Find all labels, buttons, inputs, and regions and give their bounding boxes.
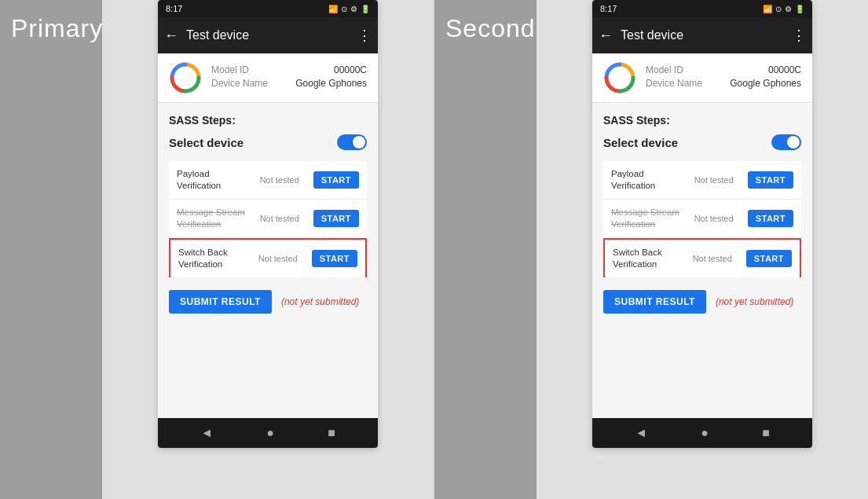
secondary-step-2-start[interactable]: START: [748, 210, 793, 227]
secondary-submit-button[interactable]: SUBMIT RESULT: [603, 290, 706, 314]
primary-step-1: Payload Verification Not tested START: [169, 161, 367, 200]
secondary-step-1-start[interactable]: START: [748, 171, 793, 189]
primary-toggle[interactable]: [337, 134, 367, 150]
primary-status-bar: 8:17 📶 ⊙ ⚙ 🔋: [158, 0, 378, 17]
secondary-back-nav-icon[interactable]: ◄: [635, 426, 647, 440]
primary-phone-wrapper: 8:17 📶 ⊙ ⚙ 🔋 ← Test device ⋮: [102, 0, 434, 499]
primary-step-2-status: Not tested: [260, 214, 307, 223]
primary-app-bar: ← Test device ⋮: [158, 17, 378, 53]
secondary-select-device-row: Select device: [603, 134, 801, 150]
secondary-wifi-icon: ⊙: [775, 5, 782, 13]
secondary-sass-label: SASS Steps:: [603, 114, 801, 127]
primary-device-name-label: Device Name: [211, 78, 268, 89]
secondary-nav-bar: ◄ ● ■: [592, 418, 812, 448]
secondary-label: Secondary: [434, 0, 537, 499]
primary-step-1-status: Not tested: [260, 175, 307, 185]
secondary-device-card: Model ID 00000C Device Name Google Gphon…: [592, 53, 812, 103]
secondary-toggle[interactable]: [771, 134, 801, 150]
primary-phone: 8:17 📶 ⊙ ⚙ 🔋 ← Test device ⋮: [158, 0, 378, 448]
primary-model-id-value: 00000C: [334, 64, 367, 75]
secondary-panel: Secondary 8:17 📶 ⊙ ⚙ 🔋 ← Test device ⋮: [434, 0, 868, 499]
secondary-app-bar: ← Test device ⋮: [592, 17, 812, 53]
secondary-app-bar-title: Test device: [621, 28, 784, 42]
primary-status-icons: 📶 ⊙ ⚙ 🔋: [328, 5, 370, 13]
secondary-signal-icon: 📶: [763, 5, 772, 13]
secondary-not-submitted: (not yet submitted): [716, 296, 793, 307]
secondary-back-button[interactable]: ←: [599, 28, 613, 44]
primary-panel: Primary 8:17 📶 ⊙ ⚙ 🔋 ← Test device ⋮: [0, 0, 434, 499]
secondary-device-icon: [603, 61, 636, 94]
primary-step-3-start[interactable]: START: [312, 250, 357, 267]
secondary-device-name-value: Google Gphones: [730, 78, 801, 89]
secondary-step-1-name: Payload Verification: [611, 168, 688, 192]
secondary-step-2-status: Not tested: [694, 214, 742, 223]
primary-step-2: Message Stream Verification Not tested S…: [169, 200, 367, 238]
primary-step-2-name: Message Stream Verification: [177, 207, 254, 230]
secondary-step-2: Message Stream Verification Not tested S…: [603, 200, 801, 238]
secondary-model-id-label: Model ID: [646, 64, 683, 75]
secondary-phone: 8:17 📶 ⊙ ⚙ 🔋 ← Test device ⋮: [592, 0, 812, 448]
wifi-icon: ⊙: [341, 5, 347, 13]
signal-icon: 📶: [328, 5, 338, 13]
primary-device-info: Model ID 00000C Device Name Google Gphon…: [211, 64, 367, 91]
primary-step-1-start[interactable]: START: [313, 171, 359, 189]
secondary-step-2-name: Message Stream Verification: [611, 207, 688, 230]
settings-icon: ⚙: [350, 5, 357, 13]
primary-app-bar-title: Test device: [186, 28, 350, 42]
secondary-status-bar: 8:17 📶 ⊙ ⚙ 🔋: [592, 0, 812, 17]
primary-step-3-name: Switch Back Verification: [178, 247, 252, 270]
primary-device-icon: [169, 61, 202, 94]
primary-step-1-name: Payload Verification: [177, 168, 254, 192]
secondary-step-3-name: Switch Back Verification: [613, 247, 687, 270]
secondary-recents-icon[interactable]: ■: [762, 426, 770, 440]
secondary-content: SASS Steps: Select device Payload Verifi…: [592, 103, 812, 418]
secondary-time: 8:17: [600, 4, 617, 13]
primary-sass-label: SASS Steps:: [169, 114, 367, 127]
secondary-status-icons: 📶 ⊙ ⚙ 🔋: [763, 5, 804, 13]
primary-device-name-value: Google Gphones: [295, 78, 367, 89]
battery-icon: 🔋: [361, 5, 370, 13]
primary-time: 8:17: [166, 4, 182, 13]
primary-select-device-label: Select device: [169, 136, 244, 149]
primary-select-device-row: Select device: [169, 134, 367, 150]
secondary-settings-icon: ⚙: [785, 5, 792, 13]
primary-submit-row: SUBMIT RESULT (not yet submitted): [169, 290, 367, 314]
primary-label: Primary: [0, 0, 102, 499]
primary-steps-container: Payload Verification Not tested START Me…: [169, 161, 367, 277]
primary-step-2-start[interactable]: START: [313, 210, 359, 227]
secondary-menu-button[interactable]: ⋮: [792, 27, 806, 44]
secondary-step-1-status: Not tested: [694, 175, 742, 185]
primary-submit-button[interactable]: SUBMIT RESULT: [169, 290, 272, 314]
primary-menu-button[interactable]: ⋮: [357, 27, 372, 44]
primary-device-card: Model ID 00000C Device Name Google Gphon…: [158, 53, 378, 103]
primary-step-3: Switch Back Verification Not tested STAR…: [169, 238, 367, 277]
primary-not-submitted: (not yet submitted): [281, 296, 359, 307]
secondary-step-3-start[interactable]: START: [746, 250, 792, 267]
secondary-device-name-label: Device Name: [646, 78, 702, 89]
secondary-select-device-label: Select device: [603, 136, 678, 149]
secondary-model-id-value: 00000C: [768, 64, 801, 75]
primary-step-3-status: Not tested: [258, 254, 306, 263]
secondary-step-3-status: Not tested: [693, 254, 740, 263]
primary-home-icon[interactable]: ●: [266, 426, 274, 440]
primary-model-id-label: Model ID: [211, 64, 249, 75]
secondary-device-info: Model ID 00000C Device Name Google Gphon…: [646, 64, 801, 91]
primary-nav-bar: ◄ ● ■: [158, 418, 378, 448]
secondary-phone-wrapper: 8:17 📶 ⊙ ⚙ 🔋 ← Test device ⋮: [537, 0, 868, 499]
primary-recents-icon[interactable]: ■: [328, 426, 335, 440]
primary-back-button[interactable]: ←: [164, 28, 178, 44]
primary-back-nav-icon[interactable]: ◄: [200, 426, 213, 440]
secondary-home-icon[interactable]: ●: [701, 426, 709, 440]
secondary-steps-container: Payload Verification Not tested START Me…: [603, 161, 801, 277]
secondary-battery-icon: 🔋: [795, 5, 804, 13]
secondary-submit-row: SUBMIT RESULT (not yet submitted): [603, 290, 801, 314]
secondary-step-1: Payload Verification Not tested START: [603, 161, 801, 200]
secondary-step-3: Switch Back Verification Not tested STAR…: [603, 238, 801, 277]
primary-content: SASS Steps: Select device Payload Verifi…: [158, 103, 378, 418]
